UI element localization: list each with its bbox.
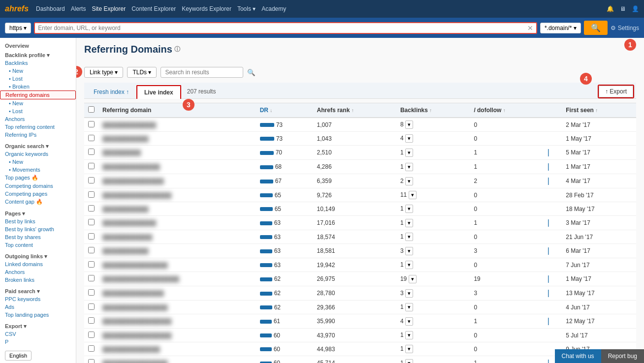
search-results-input[interactable] bbox=[161, 67, 243, 78]
domain-link-1[interactable]: ████████████ bbox=[102, 136, 149, 142]
backlinks-dropdown-14[interactable]: ▾ bbox=[405, 317, 413, 326]
sidebar-organic-search[interactable]: Organic search ▾ bbox=[0, 141, 76, 150]
row-checkbox-input-9[interactable] bbox=[88, 247, 95, 253]
col-dr[interactable]: DR ↓ bbox=[256, 103, 313, 118]
sidebar-outgoing-links[interactable]: Outgoing links ▾ bbox=[0, 251, 76, 260]
row-backlinks-9[interactable]: 3 ▾ bbox=[396, 244, 470, 258]
sidebar-outgoing-anchors[interactable]: Anchors bbox=[0, 268, 76, 276]
row-checkbox-input-12[interactable] bbox=[88, 289, 95, 296]
row-checkbox-2[interactable] bbox=[84, 146, 98, 160]
row-checkbox-3[interactable] bbox=[84, 160, 98, 174]
sidebar-overview[interactable]: Overview bbox=[0, 42, 76, 50]
row-checkbox-11[interactable] bbox=[84, 272, 98, 286]
row-checkbox-input-4[interactable] bbox=[88, 177, 95, 183]
nav-keywords-explorer[interactable]: Keywords Explorer bbox=[182, 5, 231, 12]
col-dofollow[interactable]: / dofollow ↑ bbox=[470, 103, 543, 118]
sidebar-linked-domains[interactable]: Linked domains bbox=[0, 260, 76, 268]
row-checkbox-7[interactable] bbox=[84, 216, 98, 230]
row-backlinks-2[interactable]: 1 ▾ bbox=[396, 146, 470, 160]
row-checkbox-1[interactable] bbox=[84, 132, 98, 146]
sidebar-organic-keywords[interactable]: Organic keywords bbox=[0, 150, 76, 158]
sidebar-best-by-links-growth[interactable]: Best by links' growth bbox=[0, 225, 76, 233]
user-icon[interactable]: 👤 bbox=[632, 5, 639, 12]
row-backlinks-6[interactable]: 1 ▾ bbox=[396, 202, 470, 216]
clear-url-button[interactable]: ✕ bbox=[527, 24, 533, 32]
row-checkbox-input-11[interactable] bbox=[88, 275, 95, 281]
nav-tools-dropdown[interactable]: Tools ▾ bbox=[237, 5, 256, 12]
row-checkbox-0[interactable] bbox=[84, 118, 98, 132]
sidebar-referring-domains-new[interactable]: • New bbox=[0, 99, 76, 107]
sidebar-top-content[interactable]: Top content bbox=[0, 241, 76, 249]
backlinks-dropdown-9[interactable]: ▾ bbox=[405, 247, 413, 255]
row-backlinks-5[interactable]: 11 ▾ bbox=[396, 188, 470, 202]
sidebar-referring-domains[interactable]: Referring domains bbox=[0, 91, 76, 99]
language-selector[interactable]: English bbox=[5, 351, 32, 361]
row-checkbox-input-13[interactable] bbox=[88, 303, 95, 310]
backlinks-dropdown-11[interactable]: ▾ bbox=[409, 275, 417, 283]
nav-alerts[interactable]: Alerts bbox=[71, 5, 86, 12]
row-checkbox-4[interactable] bbox=[84, 174, 98, 188]
row-backlinks-15[interactable]: 1 ▾ bbox=[396, 329, 470, 342]
sidebar-content-gap[interactable]: Content gap 🔥 bbox=[0, 198, 76, 206]
row-checkbox-input-2[interactable] bbox=[88, 149, 95, 155]
row-checkbox-12[interactable] bbox=[84, 286, 98, 301]
export-button[interactable]: ↑ Export bbox=[599, 86, 633, 97]
domain-link-6[interactable]: ████████████ bbox=[102, 206, 149, 212]
row-backlinks-1[interactable]: 4 ▾ bbox=[396, 132, 470, 146]
report-bug-button[interactable]: Report bug bbox=[601, 349, 644, 363]
row-checkbox-14[interactable] bbox=[84, 314, 98, 329]
backlinks-dropdown-13[interactable]: ▾ bbox=[405, 303, 413, 311]
domain-link-0[interactable]: ██████████████ bbox=[102, 122, 156, 128]
nav-academy[interactable]: Academy bbox=[261, 5, 286, 12]
row-checkbox-input-16[interactable] bbox=[88, 345, 95, 352]
sidebar-competing-domains[interactable]: Competing domains bbox=[0, 182, 76, 190]
row-checkbox-5[interactable] bbox=[84, 188, 98, 202]
search-results-button[interactable]: 🔍 bbox=[247, 69, 256, 76]
backlinks-dropdown-16[interactable]: ▾ bbox=[405, 345, 413, 353]
sidebar-top-pages[interactable]: Top pages 🔥 bbox=[0, 174, 76, 182]
col-ahrefs-rank[interactable]: Ahrefs rank ↑ bbox=[313, 103, 396, 118]
backlinks-dropdown-6[interactable]: ▾ bbox=[405, 205, 413, 213]
select-all-checkbox[interactable] bbox=[88, 106, 95, 113]
sidebar-competing-pages[interactable]: Competing pages bbox=[0, 190, 76, 198]
backlinks-dropdown-1[interactable]: ▾ bbox=[405, 134, 413, 143]
sidebar-pages[interactable]: Pages ▾ bbox=[0, 208, 76, 217]
domain-link-7[interactable]: ██████████████ bbox=[102, 220, 156, 226]
protocol-selector[interactable]: https ▾ bbox=[5, 23, 31, 33]
row-backlinks-12[interactable]: 3 ▾ bbox=[396, 286, 470, 301]
domain-link-3[interactable]: ███████████████ bbox=[102, 164, 160, 170]
row-backlinks-10[interactable]: 1 ▾ bbox=[396, 258, 470, 272]
sidebar-organic-new[interactable]: • New bbox=[0, 158, 76, 166]
tab-live-index[interactable]: Live index bbox=[136, 85, 181, 99]
settings-button[interactable]: ⚙ Settings bbox=[611, 25, 639, 31]
notification-icon[interactable]: 🔔 bbox=[607, 5, 614, 12]
row-backlinks-8[interactable]: 1 ▾ bbox=[396, 230, 470, 244]
backlinks-dropdown-3[interactable]: ▾ bbox=[405, 163, 413, 171]
row-checkbox-input-17[interactable] bbox=[88, 359, 95, 363]
col-referring-domain[interactable]: Referring domain bbox=[98, 103, 256, 118]
row-backlinks-14[interactable]: 4 ▾ bbox=[396, 314, 470, 329]
sidebar-paid-search[interactable]: Paid search ▾ bbox=[0, 286, 76, 295]
row-checkbox-input-1[interactable] bbox=[88, 135, 95, 141]
tlds-filter[interactable]: TLDs ▾ bbox=[127, 67, 157, 78]
search-button[interactable]: 🔍 bbox=[584, 21, 608, 35]
nav-content-explorer[interactable]: Content Explorer bbox=[131, 5, 176, 12]
sidebar-backlink-profile[interactable]: Backlink profile ▾ bbox=[0, 50, 76, 59]
chat-button[interactable]: Chat with us bbox=[555, 349, 601, 363]
row-checkbox-input-0[interactable] bbox=[88, 121, 95, 127]
row-backlinks-3[interactable]: 1 ▾ bbox=[396, 160, 470, 174]
sidebar-ads[interactable]: Ads bbox=[0, 303, 76, 311]
sidebar-backlinks[interactable]: Backlinks bbox=[0, 59, 76, 67]
sidebar-organic-movements[interactable]: • Movements bbox=[0, 166, 76, 174]
row-checkbox-15[interactable] bbox=[84, 329, 98, 342]
sidebar-best-by-shares[interactable]: Best by shares bbox=[0, 233, 76, 241]
display-icon[interactable]: 🖥 bbox=[620, 5, 626, 12]
sidebar-backlinks-new[interactable]: • New bbox=[0, 67, 76, 75]
backlinks-dropdown-10[interactable]: ▾ bbox=[405, 261, 413, 269]
sidebar-anchors[interactable]: Anchors bbox=[0, 115, 76, 123]
sidebar-backlinks-lost[interactable]: • Lost bbox=[0, 75, 76, 83]
domain-link-16[interactable]: ███████████████ bbox=[102, 346, 160, 352]
col-backlinks[interactable]: Backlinks ↑ bbox=[396, 103, 470, 118]
sidebar-export[interactable]: Export ▾ bbox=[0, 321, 76, 330]
domain-link-2[interactable]: ██████████ bbox=[102, 150, 141, 155]
